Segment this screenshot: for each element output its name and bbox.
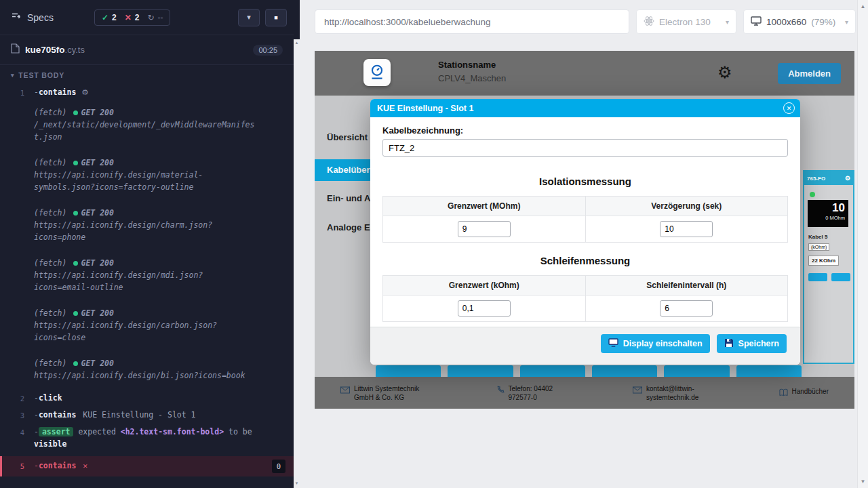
fetch-label: (fetch) xyxy=(34,108,66,117)
loop-limit-input[interactable] xyxy=(458,300,511,317)
kue-settings-modal: KUE Einstellung - Slot 1 ✕ Kabelbezeichn… xyxy=(370,99,800,365)
fetch-url: https://api.iconify.design/material-symb… xyxy=(34,169,285,193)
save-button[interactable]: Speichern xyxy=(717,334,787,353)
truncated-button[interactable] xyxy=(376,365,441,377)
fetch-status: GET 200 xyxy=(81,208,113,218)
scroll-down-icon[interactable]: ▼ xyxy=(858,479,868,485)
fetch-label: (fetch) xyxy=(34,258,66,268)
truncated-button[interactable] xyxy=(831,273,850,281)
modal-footer: Display einschalten Speichern xyxy=(370,327,800,365)
iso-limit-input[interactable] xyxy=(458,221,511,237)
stop-button[interactable]: ■ xyxy=(265,9,287,26)
assert-state: visible xyxy=(34,439,66,449)
gear-icon[interactable]: ⚙ xyxy=(845,175,850,182)
command-row[interactable]: 2 -click xyxy=(0,390,294,407)
measurement-display: 10 0 MOhm xyxy=(808,200,848,227)
littwin-logo xyxy=(363,59,391,86)
floppy-save-icon xyxy=(724,338,734,350)
logout-button[interactable]: Abmelden xyxy=(778,63,841,84)
modal-title: KUE Einstellung - Slot 1 xyxy=(370,104,473,113)
retry-count-badge: 0 xyxy=(272,460,285,473)
viewport-selector[interactable]: 1000x660 (79%) ▾ xyxy=(743,9,856,34)
command-row[interactable]: 1 -contains⚙ xyxy=(0,84,294,101)
nav-item-ein-und-ausgaenge[interactable]: Ein- und Au xyxy=(327,193,376,203)
display-icon xyxy=(608,338,618,349)
screen: Specs ✓ 2 ✕ 2 ↻ -- ▾ ■ xyxy=(0,0,868,488)
spec-file-row[interactable]: kue705fo.cy.ts 00:25 xyxy=(0,35,294,65)
loop-heading: Schleifenmessung xyxy=(382,255,788,266)
fetch-url: https://api.iconify.design/bi.json?icons… xyxy=(34,369,285,382)
close-icon[interactable]: ✕ xyxy=(783,102,795,114)
truncated-button[interactable] xyxy=(664,365,729,377)
truncated-button[interactable] xyxy=(520,365,585,377)
test-body-label: TEST BODY xyxy=(18,71,64,79)
command-method: contains xyxy=(39,87,76,97)
truncated-button[interactable] xyxy=(448,365,513,377)
footer-phone: Telefon: 04402 972577-0 xyxy=(496,384,574,402)
command-row[interactable]: 3 -containsKUE Einstellung - Slot 1 xyxy=(0,407,294,424)
scroll-down-icon[interactable]: ▼ xyxy=(294,481,300,485)
gear-icon: ⚙ xyxy=(81,87,88,97)
status-ok-dot xyxy=(810,192,815,197)
assert-selector: <h2.text-sm.font-bold> xyxy=(121,427,224,436)
settings-gear-icon[interactable]: ⚙ xyxy=(717,63,732,82)
test-stats: ✓ 2 ✕ 2 ↻ -- xyxy=(94,9,171,26)
network-log-entry[interactable]: (fetch)GET 200 https://api.iconify.desig… xyxy=(0,201,294,251)
assert-expected: expected xyxy=(78,427,115,436)
nav-item-uebersicht[interactable]: Übersicht xyxy=(327,132,368,142)
specs-menu-icon[interactable] xyxy=(11,11,22,24)
status-ok-dot xyxy=(73,161,78,165)
loop-interval-input[interactable] xyxy=(660,300,713,317)
footer-email: kontakt@littwin-systemtechnik.de xyxy=(633,384,719,402)
specs-label[interactable]: Specs xyxy=(27,12,54,23)
network-log-entry[interactable]: (fetch)GET 200 /_next/static/development… xyxy=(0,101,294,151)
assert-mid: to be xyxy=(229,427,252,436)
network-log-entry[interactable]: (fetch)GET 200 https://api.iconify.desig… xyxy=(0,352,294,390)
viewport-size: 1000x660 xyxy=(766,17,806,27)
chevron-down-icon: ▾ xyxy=(845,18,848,26)
caret-down-icon: ▾ xyxy=(11,72,14,79)
cable-name-input[interactable] xyxy=(382,139,788,157)
reporter-scrollbar[interactable]: ▲ ▼ xyxy=(294,0,300,488)
slot-card-title: 765-FO xyxy=(807,176,825,182)
network-log-entry[interactable]: (fetch)GET 200 https://api.iconify.desig… xyxy=(0,302,294,352)
column-header: Schleifenintervall (h) xyxy=(585,276,788,296)
url-bar[interactable] xyxy=(315,9,629,34)
truncated-button[interactable] xyxy=(736,365,802,377)
app-header: Stationsname CPLV4_Maschen ⚙ Abmelden xyxy=(315,51,854,96)
page-scrollbar[interactable]: ▲ ▼ xyxy=(857,0,868,488)
assert-row[interactable]: 4 -assert expected <h2.text-sm.font-bold… xyxy=(0,424,294,452)
nav-item-analoge-eingaenge[interactable]: Analoge Ei xyxy=(327,222,372,232)
chevron-down-icon: ▾ xyxy=(726,18,729,26)
url-input[interactable] xyxy=(315,9,629,34)
command-number: 3 xyxy=(0,409,34,422)
failed-x-icon: ✕ xyxy=(125,13,132,22)
spec-duration-badge: 00:25 xyxy=(253,45,283,56)
collapse-button[interactable]: ▾ xyxy=(238,9,260,26)
truncated-button[interactable] xyxy=(808,273,827,281)
assert-badge: assert xyxy=(39,427,74,436)
kohm-value: 22 KOhm xyxy=(808,256,839,266)
station-name: CPLV4_Maschen xyxy=(438,73,506,83)
fetch-url: https://api.iconify.design/charm.json?ic… xyxy=(34,219,285,243)
isolation-table: Grenzwert (MOhm) Verzögerung (sek) xyxy=(382,196,788,243)
network-log-entry[interactable]: (fetch)GET 200 https://api.iconify.desig… xyxy=(0,151,294,201)
cable-name-label: Kabelbezeichnung: xyxy=(382,125,788,136)
monitor-icon xyxy=(751,16,762,28)
status-ok-dot xyxy=(73,311,78,316)
display-on-button[interactable]: Display einschalten xyxy=(601,334,710,353)
cable-label: Kabel 5 xyxy=(808,234,827,240)
loop-table: Grenzwert (kOhm) Schleifenintervall (h) xyxy=(382,275,788,322)
scroll-up-icon[interactable]: ▲ xyxy=(294,41,300,45)
test-body-section[interactable]: ▾ TEST BODY xyxy=(0,65,294,84)
stat-passed: ✓ 2 xyxy=(102,13,117,22)
scroll-up-icon[interactable]: ▲ xyxy=(858,3,868,9)
network-log-entry[interactable]: (fetch)GET 200 https://api.iconify.desig… xyxy=(0,251,294,302)
passed-check-icon: ✓ xyxy=(102,13,108,22)
failed-command-row[interactable]: 5 -contains✕ 0 xyxy=(0,456,294,476)
footer-manuals-link[interactable]: Handbücher xyxy=(779,387,829,399)
browser-selector[interactable]: Electron 130 ▾ xyxy=(636,9,736,34)
command-method: contains xyxy=(39,461,76,470)
truncated-button[interactable] xyxy=(592,365,657,377)
iso-delay-input[interactable] xyxy=(660,221,713,237)
